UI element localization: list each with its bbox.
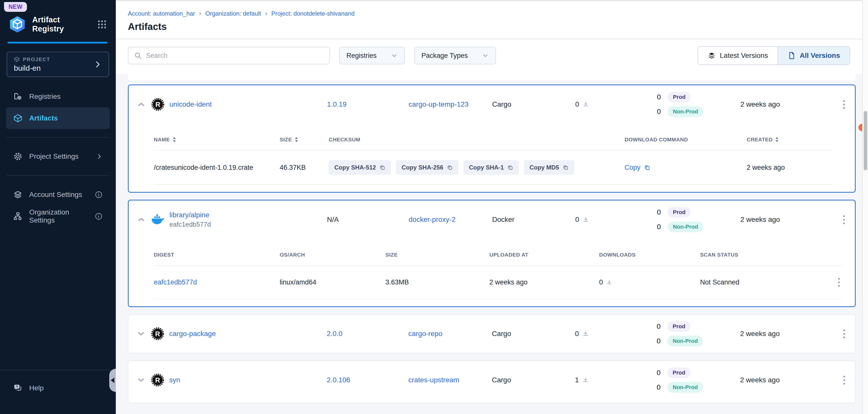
copy-sha256-button[interactable]: Copy SHA-256: [396, 160, 458, 175]
artifact-name-cell: syn: [169, 376, 318, 384]
artifact-updated-time: 2 weeks ago: [706, 100, 832, 108]
col-header-scan-status: SCAN STATUS: [700, 252, 825, 258]
svg-text:?: ?: [16, 385, 18, 389]
file-row: /cratesunicode-ident-1.0.19.crate 46.37K…: [154, 151, 832, 185]
row-menu-kebab-icon[interactable]: [841, 213, 847, 227]
sidebar-item-account-settings[interactable]: Account Settings: [6, 184, 110, 206]
digest-cell: eafc1edb577d: [154, 278, 280, 286]
copy-sha1-button[interactable]: Copy SHA-1: [463, 160, 519, 175]
all-versions-button[interactable]: All Versions: [778, 47, 849, 64]
artifact-version-link[interactable]: 2.0.0: [327, 330, 342, 338]
latest-versions-label: Latest Versions: [720, 51, 768, 60]
row-menu-kebab-icon[interactable]: [841, 98, 847, 111]
search-box: [128, 47, 330, 64]
sort-icon[interactable]: [173, 137, 176, 142]
expand-caret-icon[interactable]: [136, 329, 146, 339]
checksum-buttons: Copy SHA-512 Copy SHA-256 Copy SHA-1 Cop…: [329, 160, 625, 175]
artifact-registry-link[interactable]: crates-upstream: [408, 376, 459, 384]
artifact-registry-cell: cargo-repo: [401, 330, 484, 338]
artifact-name-link[interactable]: syn: [169, 376, 313, 384]
col-header-created[interactable]: CREATED: [747, 137, 832, 143]
artifacts-cube-icon: [13, 113, 23, 123]
artifact-registry-logo-icon: [7, 14, 27, 34]
project-selector[interactable]: PROJECT build-en: [6, 51, 109, 77]
artifact-registry-link[interactable]: cargo-repo: [408, 330, 442, 338]
sidebar-item-organization-settings[interactable]: Organization Settings: [6, 206, 110, 227]
artifact-name-link[interactable]: cargo-package: [169, 330, 313, 338]
download-count: 1: [575, 376, 579, 384]
copy-md5-button[interactable]: Copy MD5: [524, 160, 574, 175]
artifact-name-link[interactable]: unicode-ident: [169, 100, 313, 108]
prod-count: 0: [655, 369, 660, 377]
app-switcher-grid-icon[interactable]: [97, 19, 107, 30]
breadcrumb-account[interactable]: Account: automation_har: [128, 10, 195, 17]
nonprod-count: 0: [655, 337, 660, 345]
artifact-registry-cell: crates-upstream: [401, 376, 484, 384]
col-header-size[interactable]: SIZE: [280, 137, 329, 143]
copy-icon: [379, 165, 385, 171]
sidebar-collapse-handle[interactable]: [109, 369, 116, 392]
main-content: Account: automation_har › Organization: …: [116, 0, 862, 414]
artifact-row: R cargo-package 2.0.0 cargo-repo Cargo 0: [128, 315, 855, 353]
copy-download-command-link[interactable]: Copy: [625, 164, 651, 172]
artifact-name-link[interactable]: library/alpine: [169, 211, 313, 219]
col-header-name[interactable]: NAME: [154, 137, 280, 143]
artifact-registry-link[interactable]: cargo-up-temp-123: [409, 100, 468, 108]
collapse-caret-icon[interactable]: [136, 99, 146, 109]
col-header-downloads: DOWNLOADS: [599, 252, 700, 258]
download-count: 0: [575, 100, 579, 108]
artifact-row: R syn 2.0.106 crates-upstream Cargo 1: [128, 361, 855, 399]
sort-icon[interactable]: [294, 137, 298, 142]
artifact-digest-sub: eafc1edb577d: [169, 220, 313, 229]
info-icon: [95, 191, 103, 199]
download-count: 0: [599, 278, 603, 286]
sidebar-bottom: ? Help: [0, 370, 116, 414]
row-menu-kebab-icon[interactable]: [836, 275, 842, 289]
sort-icon[interactable]: [775, 137, 779, 142]
sidebar-item-artifacts[interactable]: Artifacts: [6, 107, 110, 129]
chevron-right-icon: [93, 60, 102, 69]
artifact-version-cell: 2.0.0: [318, 330, 401, 338]
artifact-downloads: 0: [545, 100, 628, 108]
breadcrumb-project[interactable]: Project: donotdelete-shivanand: [271, 10, 355, 17]
sidebar-item-project-settings[interactable]: Project Settings: [6, 146, 110, 167]
sidebar-item-registries[interactable]: Registries: [6, 86, 110, 107]
svg-text:R: R: [155, 101, 160, 108]
search-input[interactable]: [146, 52, 324, 60]
layers-icon: [708, 51, 716, 60]
expand-caret-icon[interactable]: [136, 375, 146, 385]
artifact-version-link[interactable]: 2.0.106: [327, 376, 350, 384]
scrollbar-thumb[interactable]: [864, 111, 867, 170]
collapse-caret-icon[interactable]: [136, 214, 146, 225]
artifact-card-syn: R syn 2.0.106 crates-upstream Cargo 1: [128, 360, 856, 403]
artifact-registry-link[interactable]: docker-proxy-2: [409, 215, 456, 223]
clipped-card-above: [128, 74, 856, 80]
artifact-updated-time: 2 weeks ago: [706, 215, 832, 223]
row-menu-kebab-icon[interactable]: [841, 373, 847, 387]
sidebar-divider: [6, 137, 109, 138]
artifact-name-cell: cargo-package: [169, 330, 318, 338]
prod-badge: Prod: [668, 368, 690, 378]
latest-versions-button[interactable]: Latest Versions: [698, 47, 777, 64]
downloads-cell: 0: [599, 278, 700, 286]
artifact-version: N/A: [318, 215, 401, 223]
copy-sha512-button[interactable]: Copy SHA-512: [329, 160, 391, 175]
digest-link[interactable]: eafc1edb577d: [154, 278, 197, 286]
col-header-download-command: DOWNLOAD COMMAND: [625, 137, 747, 143]
package-types-dropdown[interactable]: Package Types: [414, 47, 496, 64]
col-header-size: SIZE: [385, 252, 489, 258]
artifact-type: Cargo: [484, 330, 544, 338]
sidebar-item-label: Organization Settings: [29, 208, 88, 225]
sidebar-item-help[interactable]: ? Help: [6, 377, 110, 399]
artifact-version-link[interactable]: 1.0.19: [327, 100, 347, 108]
svg-text:R: R: [155, 330, 160, 338]
environment-counts: 0 Prod 0 Non-Prod: [628, 202, 706, 237]
breadcrumb-organization[interactable]: Organization: default: [206, 10, 261, 17]
nonprod-badge: Non-Prod: [668, 221, 703, 232]
cargo-rust-icon: R: [151, 327, 164, 340]
artifact-downloads: 1: [544, 376, 627, 384]
download-icon: [582, 101, 589, 108]
prod-badge: Prod: [668, 321, 690, 332]
registries-dropdown[interactable]: Registries: [339, 47, 405, 64]
row-menu-kebab-icon[interactable]: [841, 327, 847, 341]
